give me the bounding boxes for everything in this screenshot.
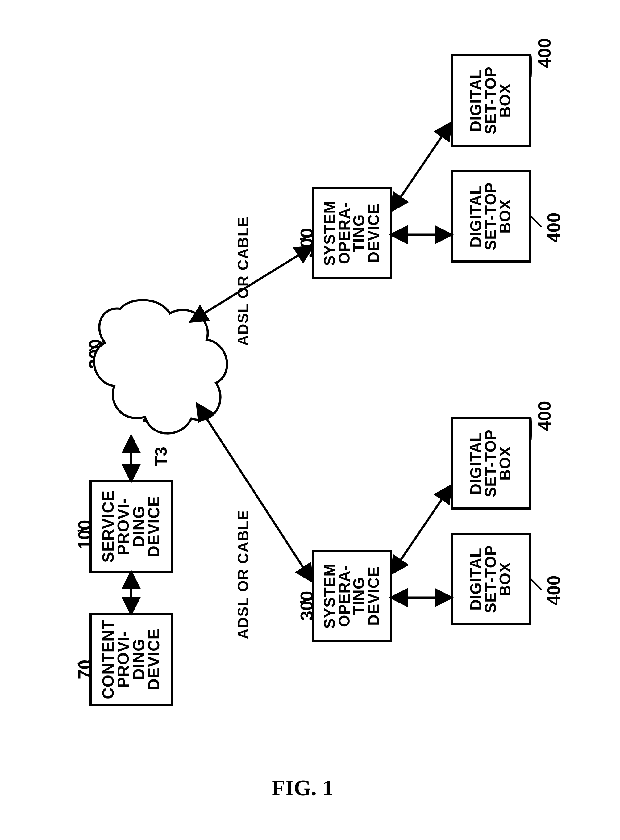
leader-100 (78, 528, 89, 531)
leader-400-a2 (531, 216, 542, 227)
diagram-overlay (0, 0, 620, 840)
edge-internet-soda (191, 247, 312, 321)
leader-400-a1 (531, 56, 531, 77)
edge-internet-sodb (197, 404, 312, 581)
leader-400-b2 (531, 579, 542, 590)
leader-70 (78, 661, 89, 664)
leader-400-b1 (531, 418, 531, 440)
leader-300-b (300, 599, 312, 602)
edge-soda-stba1 (392, 124, 451, 210)
leader-300-a (300, 236, 312, 239)
cloud-internet (94, 300, 227, 433)
edge-sodb-stbb1 (392, 486, 451, 573)
